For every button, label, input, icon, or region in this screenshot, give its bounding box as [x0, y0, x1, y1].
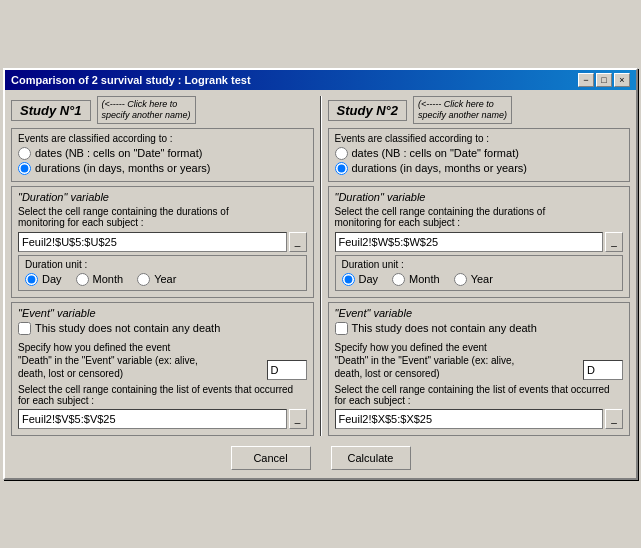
study2-events-label: Events are classified according to : — [335, 133, 624, 144]
study1-dates-radio[interactable] — [18, 147, 31, 160]
study1-duration-var-label: "Duration" variable — [18, 191, 307, 203]
study2-month-label: Month — [409, 273, 440, 285]
study2-panel: Study N°2 (<----- Click here to specify … — [328, 96, 631, 436]
studies-container: Study N°1 (<----- Click here to specify … — [11, 96, 630, 436]
study2-dates-radio[interactable] — [335, 147, 348, 160]
study1-unit-radios: Day Month Year — [25, 273, 300, 286]
study2-year-radio-item[interactable]: Year — [454, 273, 493, 286]
study2-duration-var-label: "Duration" variable — [335, 191, 624, 203]
title-bar: Comparison of 2 survival study : Logrank… — [5, 70, 636, 90]
study1-event-range-desc: Select the cell range containing the lis… — [18, 384, 307, 406]
study2-duration-section: "Duration" variable Select the cell rang… — [328, 186, 631, 298]
study1-year-radio[interactable] — [137, 273, 150, 286]
main-window: Comparison of 2 survival study : Logrank… — [3, 68, 638, 480]
study1-no-death-row: This study does not contain any death — [18, 322, 307, 335]
study2-durations-radio-item[interactable]: durations (in days, months or years) — [335, 162, 624, 175]
study1-event-var-label: "Event" variable — [18, 307, 307, 319]
study1-duration-input[interactable] — [18, 232, 287, 252]
study1-month-radio-item[interactable]: Month — [76, 273, 124, 286]
study1-no-death-label: This study does not contain any death — [35, 322, 220, 334]
study1-dates-label: dates (NB : cells on "Date" format) — [35, 147, 202, 159]
study2-event-range-btn[interactable]: _ — [605, 409, 623, 429]
study1-title[interactable]: Study N°1 — [11, 100, 91, 121]
study1-year-label: Year — [154, 273, 176, 285]
study2-unit-radios: Day Month Year — [342, 273, 617, 286]
study2-unit-label: Duration unit : — [342, 259, 617, 270]
study2-unit-section: Duration unit : Day Month — [335, 255, 624, 291]
content-area: Study N°1 (<----- Click here to specify … — [5, 90, 636, 478]
study1-year-radio-item[interactable]: Year — [137, 273, 176, 286]
study1-durations-radio-item[interactable]: durations (in days, months or years) — [18, 162, 307, 175]
study2-no-death-label: This study does not contain any death — [352, 322, 537, 334]
study1-events-radios: dates (NB : cells on "Date" format) dura… — [18, 147, 307, 175]
study1-hint[interactable]: (<----- Click here to specify another na… — [97, 96, 196, 124]
study1-event-range-btn[interactable]: _ — [289, 409, 307, 429]
study1-unit-label: Duration unit : — [25, 259, 300, 270]
study1-event-define-row: Specify how you defined the event "Death… — [18, 341, 307, 380]
study1-event-input-row: _ — [18, 409, 307, 429]
study2-no-death-checkbox[interactable] — [335, 322, 348, 335]
window-title: Comparison of 2 survival study : Logrank… — [11, 74, 251, 86]
study1-unit-section: Duration unit : Day Month — [18, 255, 307, 291]
study1-duration-section: "Duration" variable Select the cell rang… — [11, 186, 314, 298]
study2-event-range-desc: Select the cell range containing the lis… — [335, 384, 624, 406]
study1-month-radio[interactable] — [76, 273, 89, 286]
study2-duration-input-row: _ — [335, 232, 624, 252]
study2-day-radio-item[interactable]: Day — [342, 273, 379, 286]
study1-duration-btn[interactable]: _ — [289, 232, 307, 252]
study2-no-death-row: This study does not contain any death — [335, 322, 624, 335]
study2-header: Study N°2 (<----- Click here to specify … — [328, 96, 631, 124]
study2-year-label: Year — [471, 273, 493, 285]
study1-duration-desc: Select the cell range containing the dur… — [18, 206, 307, 228]
study1-durations-radio[interactable] — [18, 162, 31, 175]
cancel-button[interactable]: Cancel — [231, 446, 311, 470]
study2-durations-radio[interactable] — [335, 162, 348, 175]
study2-event-section: "Event" variable This study does not con… — [328, 302, 631, 436]
study1-event-value-input[interactable] — [267, 360, 307, 380]
study1-day-radio-item[interactable]: Day — [25, 273, 62, 286]
study1-events-label: Events are classified according to : — [18, 133, 307, 144]
study1-durations-label: durations (in days, months or years) — [35, 162, 210, 174]
study2-event-value-input[interactable] — [583, 360, 623, 380]
study2-month-radio[interactable] — [392, 273, 405, 286]
window-controls: − □ × — [578, 73, 630, 87]
study1-event-section: "Event" variable This study does not con… — [11, 302, 314, 436]
study1-duration-input-row: _ — [18, 232, 307, 252]
panel-divider — [320, 96, 322, 436]
study2-day-radio[interactable] — [342, 273, 355, 286]
calculate-button[interactable]: Calculate — [331, 446, 411, 470]
study2-event-var-label: "Event" variable — [335, 307, 624, 319]
study2-hint[interactable]: (<----- Click here to specify another na… — [413, 96, 512, 124]
maximize-button[interactable]: □ — [596, 73, 612, 87]
study1-dates-radio-item[interactable]: dates (NB : cells on "Date" format) — [18, 147, 307, 160]
minimize-button[interactable]: − — [578, 73, 594, 87]
study2-event-define-row: Specify how you defined the event "Death… — [335, 341, 624, 380]
study2-event-range-input[interactable] — [335, 409, 604, 429]
study2-events-section: Events are classified according to : dat… — [328, 128, 631, 182]
study2-duration-desc: Select the cell range containing the dur… — [335, 206, 624, 228]
study2-event-input-row: _ — [335, 409, 624, 429]
study2-year-radio[interactable] — [454, 273, 467, 286]
study2-event-define-text: Specify how you defined the event "Death… — [335, 341, 580, 380]
study1-event-range-input[interactable] — [18, 409, 287, 429]
study2-duration-input[interactable] — [335, 232, 604, 252]
bottom-buttons: Cancel Calculate — [11, 442, 630, 472]
study2-events-radios: dates (NB : cells on "Date" format) dura… — [335, 147, 624, 175]
study1-day-label: Day — [42, 273, 62, 285]
study2-day-label: Day — [359, 273, 379, 285]
study2-durations-label: durations (in days, months or years) — [352, 162, 527, 174]
close-button[interactable]: × — [614, 73, 630, 87]
study2-dates-radio-item[interactable]: dates (NB : cells on "Date" format) — [335, 147, 624, 160]
study2-dates-label: dates (NB : cells on "Date" format) — [352, 147, 519, 159]
study1-header: Study N°1 (<----- Click here to specify … — [11, 96, 314, 124]
study1-no-death-checkbox[interactable] — [18, 322, 31, 335]
study1-event-define-text: Specify how you defined the event "Death… — [18, 341, 263, 380]
study2-duration-btn[interactable]: _ — [605, 232, 623, 252]
study1-events-section: Events are classified according to : dat… — [11, 128, 314, 182]
study2-month-radio-item[interactable]: Month — [392, 273, 440, 286]
study1-day-radio[interactable] — [25, 273, 38, 286]
study2-title[interactable]: Study N°2 — [328, 100, 408, 121]
study1-month-label: Month — [93, 273, 124, 285]
study1-panel: Study N°1 (<----- Click here to specify … — [11, 96, 314, 436]
